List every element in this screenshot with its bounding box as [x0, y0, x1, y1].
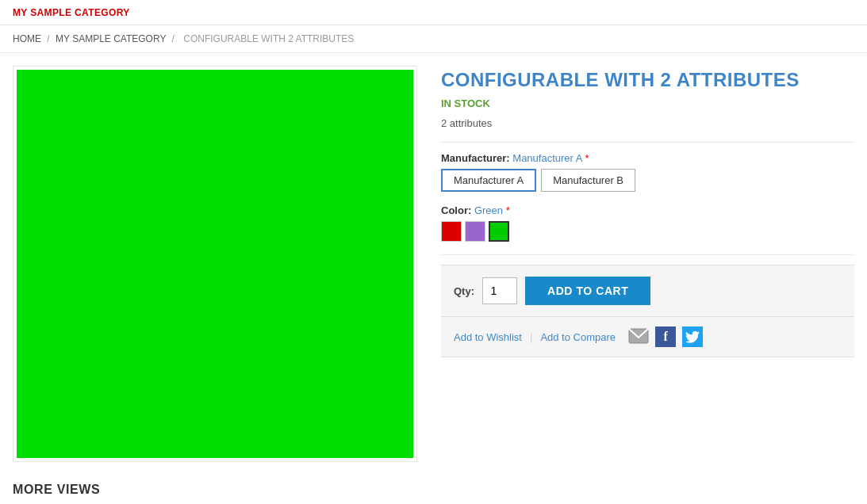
manufacturer-label-text: Manufacturer: — [441, 152, 510, 164]
manufacturer-label: Manufacturer: Manufacturer A * — [441, 152, 854, 164]
qty-cart-row: Qty: ADD TO CART — [454, 277, 842, 305]
breadcrumb-home[interactable]: HOME — [13, 33, 41, 44]
manufacturer-selected-value: Manufacturer A — [512, 152, 581, 164]
actions-row: Add to Wishlist | Add to Compare f — [441, 317, 854, 357]
manufacturer-options: Manufacturer A Manufacturer B — [441, 169, 854, 192]
color-attribute-row: Color: Green * — [441, 204, 854, 242]
breadcrumb-current: CONFIGURABLE WITH 2 ATTRIBUTES — [183, 33, 354, 44]
stock-status: IN STOCK — [441, 97, 854, 109]
separator1 — [441, 142, 854, 143]
add-to-cart-section: Qty: ADD TO CART — [441, 265, 854, 317]
color-swatch-green[interactable] — [489, 221, 509, 242]
attributes-count: 2 attributes — [441, 117, 854, 129]
color-options — [441, 221, 854, 242]
more-views-section: MORE VIEWS — [0, 475, 867, 504]
add-to-wishlist-link[interactable]: Add to Wishlist — [454, 331, 522, 343]
color-label-text: Color: — [441, 204, 471, 216]
color-required-star: * — [506, 204, 510, 216]
manufacturer-required-star: * — [585, 152, 589, 164]
breadcrumb: HOME / MY SAMPLE CATEGORY / CONFIGURABLE… — [0, 25, 867, 53]
facebook-share-icon[interactable]: f — [655, 326, 676, 347]
manufacturer-option-a[interactable]: Manufacturer A — [441, 169, 536, 192]
category-nav-link[interactable]: MY SAMPLE CATEGORY — [13, 7, 130, 18]
product-image-container — [13, 66, 417, 462]
product-image — [17, 70, 413, 458]
qty-input[interactable] — [482, 277, 517, 304]
add-to-cart-button[interactable]: ADD TO CART — [525, 277, 650, 305]
breadcrumb-sep2: / — [172, 33, 175, 44]
twitter-share-icon[interactable] — [682, 326, 703, 347]
product-details: CONFIGURABLE WITH 2 ATTRIBUTES IN STOCK … — [441, 66, 854, 357]
separator2 — [441, 254, 854, 255]
breadcrumb-category[interactable]: MY SAMPLE CATEGORY — [56, 33, 166, 44]
color-label: Color: Green * — [441, 204, 854, 216]
color-swatch-purple[interactable] — [465, 221, 485, 242]
social-icons: f — [628, 326, 703, 347]
manufacturer-attribute-row: Manufacturer: Manufacturer A * Manufactu… — [441, 152, 854, 192]
email-share-icon[interactable] — [628, 328, 649, 346]
color-swatch-red[interactable] — [441, 221, 462, 242]
main-content: CONFIGURABLE WITH 2 ATTRIBUTES IN STOCK … — [0, 53, 867, 475]
breadcrumb-sep1: / — [47, 33, 49, 44]
manufacturer-option-b[interactable]: Manufacturer B — [541, 169, 635, 192]
add-to-compare-link[interactable]: Add to Compare — [540, 331, 616, 343]
more-views-title: MORE VIEWS — [13, 483, 854, 497]
qty-label: Qty: — [454, 285, 474, 297]
action-separator: | — [530, 331, 532, 343]
color-selected-value: Green — [474, 204, 503, 216]
top-nav: MY SAMPLE CATEGORY — [0, 0, 867, 25]
product-title: CONFIGURABLE WITH 2 ATTRIBUTES — [441, 69, 854, 91]
